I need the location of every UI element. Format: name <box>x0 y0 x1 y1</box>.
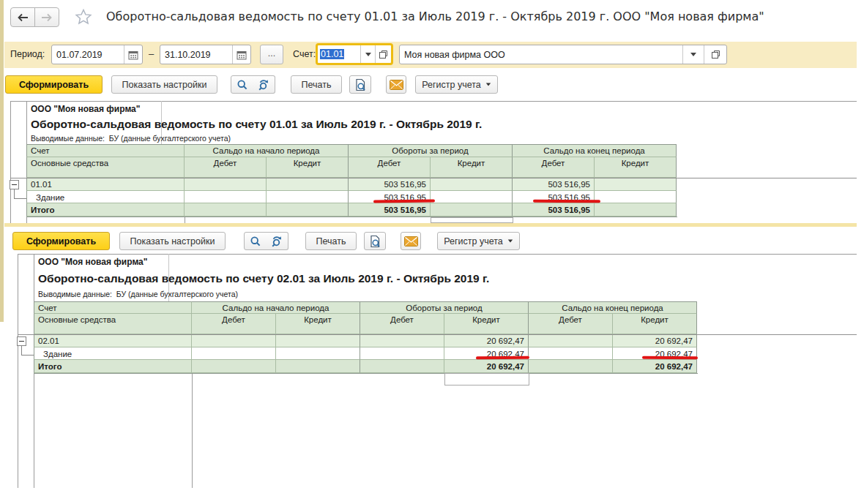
table-cell[interactable] <box>595 203 677 217</box>
print-button[interactable]: Печать <box>291 75 342 94</box>
table-cell[interactable] <box>267 178 349 191</box>
table-row-label[interactable]: Итого <box>34 360 192 373</box>
calendar-icon[interactable] <box>232 45 250 64</box>
table-cell[interactable] <box>267 191 349 203</box>
table-cell[interactable] <box>185 178 267 191</box>
collapse-expander[interactable] <box>17 336 26 346</box>
table-cell[interactable] <box>529 360 613 373</box>
envelope-button[interactable] <box>386 75 406 94</box>
search-next-button[interactable] <box>266 232 288 250</box>
table-cell[interactable] <box>185 191 267 203</box>
period-more-button[interactable]: ... <box>260 45 283 64</box>
table-cell[interactable] <box>276 360 360 373</box>
register-menu-button[interactable]: Регистр учета <box>415 75 498 94</box>
table-cell[interactable] <box>276 347 360 360</box>
table-cell[interactable]: 503 516,95 <box>513 203 595 217</box>
generate-button[interactable]: Сформировать <box>12 232 110 250</box>
register-menu-button[interactable]: Регистр учета <box>437 232 520 250</box>
table-cell[interactable] <box>192 334 276 347</box>
table-cell[interactable]: 503 516,95 <box>349 203 431 217</box>
register-label: Регистр учета <box>444 236 503 247</box>
table-cell[interactable] <box>192 347 276 360</box>
generate-button[interactable]: Сформировать <box>5 75 103 94</box>
show-settings-button[interactable]: Показать настройки <box>111 75 217 94</box>
table-cell[interactable] <box>431 178 513 191</box>
table-header-cell[interactable]: Дебет <box>192 314 276 334</box>
table-cell[interactable]: 20 692,47 <box>444 360 529 373</box>
table-cell[interactable] <box>276 334 360 347</box>
chevron-down-icon[interactable] <box>360 45 375 63</box>
table-header-cell[interactable]: Счет <box>26 144 185 157</box>
table-cell[interactable] <box>529 347 613 360</box>
table-row-label[interactable]: 01.01 <box>26 178 185 191</box>
table-header-cell[interactable]: Обороты за период <box>360 301 529 314</box>
date-from-field[interactable]: 01.07.2019 <box>51 45 143 64</box>
table-header-cell[interactable]: Кредит <box>276 314 360 334</box>
table-cell[interactable] <box>360 347 444 360</box>
table-cell[interactable] <box>360 334 444 347</box>
table-cell[interactable] <box>185 203 267 217</box>
nav-forward-button[interactable] <box>34 7 59 27</box>
organization-field[interactable]: Моя новая фирма ООО <box>399 45 727 64</box>
print-preview-button[interactable] <box>349 75 371 94</box>
selected-cell-cursor[interactable] <box>431 217 513 223</box>
table-header-cell[interactable]: Кредит <box>444 314 529 334</box>
table-row-label[interactable]: Итого <box>26 203 185 217</box>
search-button[interactable] <box>231 75 253 94</box>
table-cell[interactable] <box>360 360 444 373</box>
table-header-cell[interactable]: Сальдо на начало периода <box>192 301 360 314</box>
open-form-icon[interactable] <box>375 45 391 63</box>
calendar-icon[interactable] <box>124 45 142 64</box>
chevron-down-icon[interactable] <box>682 45 704 64</box>
table-cell[interactable]: 20 692,47 <box>613 360 697 373</box>
date-from-value: 01.07.2019 <box>52 50 124 60</box>
print-button[interactable]: Печать <box>305 232 357 250</box>
table-header-cell[interactable]: Дебет <box>360 314 444 334</box>
table-header-cell[interactable]: Основные средства <box>34 314 192 334</box>
table-cell[interactable] <box>192 360 276 373</box>
table-header-cell[interactable]: Дебет <box>529 314 613 334</box>
table-header-cell[interactable]: Дебет <box>349 157 431 178</box>
print-preview-button[interactable] <box>364 232 386 250</box>
selected-cell-cursor[interactable] <box>444 373 529 385</box>
table-header-cell[interactable]: Кредит <box>613 314 697 334</box>
table-header-cell[interactable]: Кредит <box>431 157 513 178</box>
table-cell[interactable] <box>595 178 677 191</box>
collapse-expander[interactable] <box>10 180 19 189</box>
open-form-icon[interactable] <box>704 45 726 64</box>
table-header-cell[interactable]: Счет <box>34 301 192 314</box>
table-cell[interactable] <box>431 203 513 217</box>
table-cell[interactable] <box>529 334 613 347</box>
account-field[interactable]: 01.01 <box>316 43 393 65</box>
table-row-label[interactable]: Здание <box>26 191 185 203</box>
table-cell[interactable] <box>595 191 677 203</box>
table-header-cell[interactable]: Сальдо на конец периода <box>529 301 697 314</box>
table-header-cell[interactable]: Дебет <box>513 157 595 178</box>
table-cell[interactable]: 503 516,95 <box>349 178 431 191</box>
table-cell[interactable]: 20 692,47 <box>444 334 529 347</box>
table-header-cell[interactable]: Кредит <box>595 157 677 178</box>
table-header-cell[interactable]: Сальдо на начало периода <box>185 144 349 157</box>
show-settings-button[interactable]: Показать настройки <box>119 232 226 250</box>
table-header-cell[interactable]: Кредит <box>267 157 349 178</box>
star-icon[interactable] <box>74 7 93 26</box>
table-cell[interactable] <box>431 191 513 203</box>
table-cell[interactable]: 20 692,47 <box>613 334 697 347</box>
table-header-cell[interactable]: Основные средства <box>26 157 185 178</box>
arrow-right-icon <box>41 13 53 22</box>
envelope-button[interactable] <box>401 232 421 250</box>
tree-line <box>21 355 34 356</box>
table-header-cell[interactable]: Дебет <box>185 157 267 178</box>
search-next-button[interactable] <box>253 75 275 94</box>
table-row-label[interactable]: Здание <box>34 347 192 360</box>
table-header-cell[interactable]: Сальдо на конец периода <box>513 144 677 157</box>
table-row-label[interactable]: 02.01 <box>34 334 192 347</box>
table-header-cell[interactable]: Обороты за период <box>349 144 513 157</box>
table-cell[interactable] <box>267 203 349 217</box>
search-button[interactable] <box>244 232 267 250</box>
header-freeze-line <box>10 178 857 178</box>
nav-back-button[interactable] <box>10 7 35 27</box>
date-to-field[interactable]: 31.10.2019 <box>160 45 251 64</box>
account-label: Счет: <box>293 49 316 59</box>
table-cell[interactable]: 503 516,95 <box>513 178 595 191</box>
